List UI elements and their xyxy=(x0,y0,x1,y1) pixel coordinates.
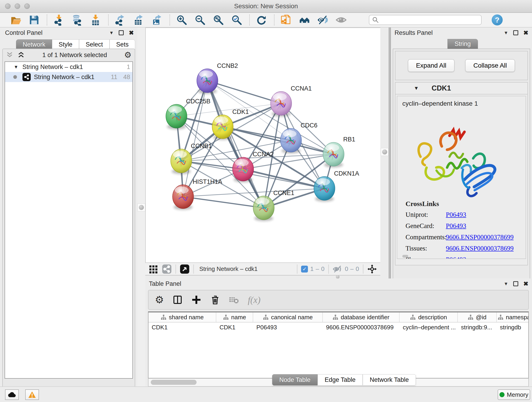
network-node-RB1[interactable]: RB1 xyxy=(323,136,355,167)
delete-column-icon[interactable] xyxy=(210,295,220,305)
network-node-CCNA1[interactable]: CCNA1 xyxy=(271,85,312,117)
grid-view-icon[interactable] xyxy=(148,264,158,274)
close-panel-icon[interactable]: ✖ xyxy=(523,29,528,36)
table-cell[interactable]: 9606.ENSP00000378699 xyxy=(323,324,399,331)
refresh-icon[interactable] xyxy=(256,14,267,26)
column-header-description[interactable]: description xyxy=(399,313,458,322)
first-neighbors-icon[interactable] xyxy=(299,14,310,26)
tab-network[interactable]: Network xyxy=(16,39,52,50)
tab-network-table[interactable]: Network Table xyxy=(363,374,416,385)
network-node-CDKN1A[interactable]: CDKN1A xyxy=(314,170,359,202)
results-hscroll-thumb[interactable] xyxy=(402,255,408,258)
export-image-icon[interactable] xyxy=(151,14,163,26)
collapse-all-icon[interactable] xyxy=(6,51,14,58)
network-row[interactable]: String Network – cdk1 11 48 xyxy=(5,72,133,82)
import-network-file-icon[interactable] xyxy=(53,14,65,26)
table-cell[interactable]: stringdb:9... xyxy=(458,324,497,331)
column-header-@id[interactable]: @id xyxy=(458,313,497,322)
crosslink-value-link[interactable]: 9606.ENSP00000378699 xyxy=(446,233,514,241)
selected-checkbox[interactable]: ✓ xyxy=(301,266,308,273)
open-session-icon[interactable] xyxy=(10,14,22,26)
tab-edge-table[interactable]: Edge Table xyxy=(317,374,363,385)
collapse-panel-icon[interactable]: ▼ xyxy=(504,30,508,36)
left-splitter-handle[interactable] xyxy=(138,204,145,211)
bottom-splitter-handle[interactable] xyxy=(334,275,342,279)
crosslink-value-link[interactable]: P06493 xyxy=(446,256,466,259)
right-splitter-handle[interactable] xyxy=(381,148,389,156)
crosslink-value-link[interactable]: P06493 xyxy=(446,222,466,230)
column-header-shared-name[interactable]: shared name xyxy=(148,313,216,322)
tab-sets[interactable]: Sets xyxy=(109,39,135,50)
collapse-all-button[interactable]: Collapse All xyxy=(465,59,515,72)
preview-eye-icon[interactable] xyxy=(336,14,347,26)
float-panel-icon[interactable] xyxy=(513,281,518,286)
tab-string[interactable]: String xyxy=(447,39,478,49)
column-header-namespace[interactable]: namespace xyxy=(497,313,529,322)
collapse-panel-icon[interactable]: ▼ xyxy=(109,30,114,36)
table-cell[interactable]: CDK1 xyxy=(148,324,216,331)
node-table[interactable]: shared namenamecanonical namedatabase id… xyxy=(148,312,529,378)
network-node-CCNB2[interactable]: CCNB2 xyxy=(197,62,238,94)
import-table-icon[interactable] xyxy=(90,14,101,26)
network-node-CDC25B[interactable]: CDC25B xyxy=(166,98,210,129)
table-cell[interactable]: cyclin–dependent ... xyxy=(399,324,458,331)
close-panel-icon[interactable]: ✖ xyxy=(129,29,134,36)
float-panel-icon[interactable] xyxy=(513,30,518,35)
show-columns-icon[interactable] xyxy=(172,295,183,305)
column-header-name[interactable]: name xyxy=(216,313,253,322)
help-button[interactable]: ? xyxy=(492,14,503,26)
tab-style[interactable]: Style xyxy=(52,39,79,50)
column-header-canonical-name[interactable]: canonical name xyxy=(253,313,323,322)
expand-all-icon[interactable] xyxy=(17,51,25,58)
crosslink-value-link[interactable]: 9606.ENSP00000378699 xyxy=(446,245,514,252)
table-options-gear-icon[interactable]: ⚙ xyxy=(155,295,164,305)
zoom-out-icon[interactable] xyxy=(194,14,206,26)
table-cell[interactable]: CDK1 xyxy=(216,324,253,331)
network-options-gear-icon[interactable]: ⚙ xyxy=(124,51,132,59)
warnings-button[interactable] xyxy=(25,389,39,400)
expand-all-button[interactable]: Expand All xyxy=(408,59,455,72)
node-result-header[interactable]: ▼ CDK1 xyxy=(395,83,527,95)
entry-expand-icon[interactable]: ▼ xyxy=(414,85,419,91)
pan-crosshair-icon[interactable] xyxy=(367,264,377,274)
string-network-icon[interactable] xyxy=(162,264,172,274)
column-header-database-identifier[interactable]: database identifier xyxy=(323,313,399,322)
network-node-CCNE1[interactable]: CCNE1 xyxy=(253,190,294,221)
tab-select[interactable]: Select xyxy=(79,39,109,50)
table-cell[interactable]: stringdb xyxy=(497,324,529,331)
delete-table-icon[interactable] xyxy=(229,295,239,305)
network-node-CCNB1[interactable]: CCNB1 xyxy=(171,143,212,174)
network-edge-CCNA2-CDKN1A[interactable] xyxy=(243,169,324,188)
right-splitter[interactable] xyxy=(389,27,391,279)
zoom-selected-icon[interactable] xyxy=(231,14,242,26)
zoom-in-icon[interactable] xyxy=(176,14,187,26)
function-builder-icon[interactable]: f(x) xyxy=(248,294,260,305)
search-input[interactable] xyxy=(369,15,481,25)
import-network-database-icon[interactable] xyxy=(71,14,83,26)
network-node-HIST1H1A[interactable]: HIST1H1A xyxy=(172,178,222,210)
network-collection-row[interactable]: ▼ String Network – cdk1 1 xyxy=(5,62,133,72)
crosslink-value-link[interactable]: P06493 xyxy=(446,211,466,218)
network-edge-HIST1H1A-CCNE1[interactable] xyxy=(183,197,264,208)
add-column-icon[interactable] xyxy=(191,295,201,305)
export-table-icon[interactable] xyxy=(133,14,144,26)
hide-selected-icon[interactable] xyxy=(317,14,329,26)
float-panel-icon[interactable] xyxy=(119,30,124,35)
zoom-fit-icon[interactable] xyxy=(213,14,224,26)
network-edge-CCNB2-CCNA1[interactable] xyxy=(207,81,281,103)
memory-button[interactable]: Memory xyxy=(498,389,530,400)
tree-expand-icon[interactable]: ▼ xyxy=(14,64,18,70)
save-session-icon[interactable] xyxy=(28,14,40,26)
clone-network-icon[interactable] xyxy=(280,14,292,26)
tab-node-table[interactable]: Node Table xyxy=(272,374,317,385)
table-row[interactable]: CDK1CDK1P064939606.ENSP00000378699cyclin… xyxy=(148,322,528,332)
collapse-panel-icon[interactable]: ▼ xyxy=(504,281,508,287)
table-cell[interactable]: P06493 xyxy=(253,324,323,331)
export-network-icon[interactable] xyxy=(114,14,126,26)
table-hscroll-thumb[interactable] xyxy=(151,380,196,385)
birds-eye-view-icon[interactable] xyxy=(180,264,190,274)
left-splitter[interactable] xyxy=(138,27,145,386)
cloud-status-button[interactable] xyxy=(5,389,19,400)
close-panel-icon[interactable]: ✖ xyxy=(523,280,528,287)
network-canvas[interactable]: CCNB2CCNA1CDC25BCDK1CDC6RB1CCNB1CCNA2CDK… xyxy=(145,27,380,262)
